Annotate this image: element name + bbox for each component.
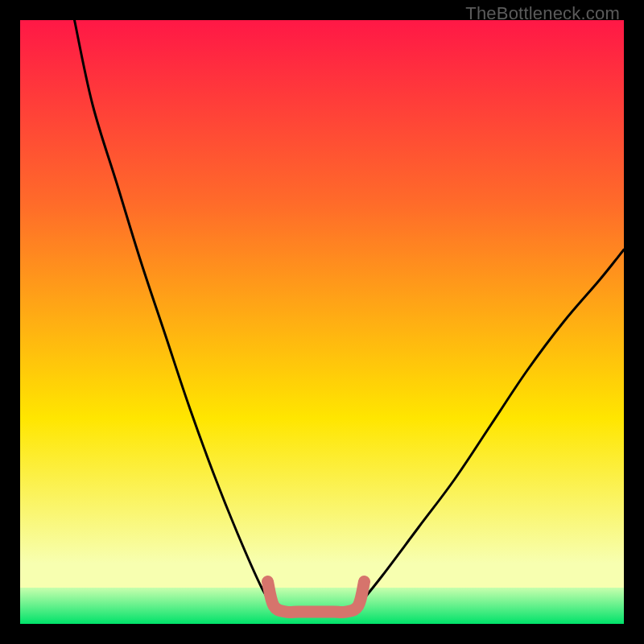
plot-area [20,20,624,624]
left-curve [75,20,275,606]
flat-segment [268,582,365,613]
chart-stage: TheBottleneck.com [0,0,644,644]
curves-layer [20,20,624,624]
watermark-text: TheBottleneck.com [465,3,620,24]
right-curve [358,250,624,606]
